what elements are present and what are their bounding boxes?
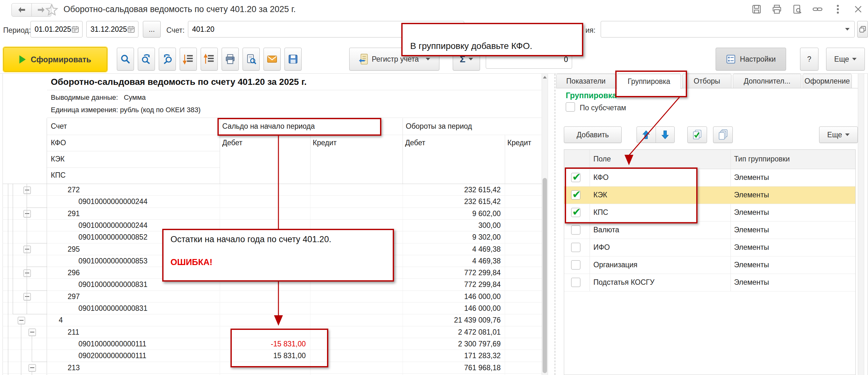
link-icon[interactable] [812,4,823,15]
report-cell-turnover-debit[interactable]: 232 615,42 [409,197,501,206]
unchecked-checkbox[interactable] [571,225,580,234]
report-cell-account[interactable]: 291 [68,209,80,218]
save-icon[interactable] [751,4,762,15]
period-to-field[interactable]: 31.12.2025 [86,21,138,37]
report-cell-turnover-debit[interactable]: 9 302,00 [409,233,501,241]
generate-button[interactable]: Сформировать [3,47,107,72]
print-button[interactable] [222,48,239,70]
report-cell-account[interactable]: 211 [68,328,80,337]
report-cell-turnover-debit[interactable]: 772 299,84 [409,280,501,289]
settings-button[interactable]: Настройки [716,48,786,70]
save-button[interactable] [284,48,302,70]
report-cell-account[interactable]: 4 [59,316,63,324]
unchecked-checkbox[interactable] [571,243,580,252]
report-cell-turnover-debit[interactable]: 4 469,38 [409,245,501,254]
report-cell-account[interactable]: 09010000000000111 [79,340,146,348]
back-button[interactable] [12,3,32,16]
report-cell-account[interactable]: 297 [68,292,80,301]
report-cell-turnover-debit[interactable]: 21 439 009,76 [409,316,501,324]
send-email-button[interactable] [264,48,281,70]
report-cell-account[interactable]: 09010000000000852 [79,233,147,241]
collapse-group-icon[interactable] [24,293,31,300]
chevron-down-icon [852,58,857,60]
report-cell-account[interactable]: 09010000000000831 [79,304,147,313]
tab-дополнител-[interactable]: Дополнител... [733,74,801,88]
tab-отборы[interactable]: Отборы [682,74,732,88]
report-cell-turnover-debit[interactable]: 761 968,18 [409,364,501,372]
expand-levels-button[interactable] [180,48,197,70]
add-button[interactable]: Добавить [564,126,622,143]
close-icon[interactable] [853,4,864,15]
report-cell-account[interactable]: 09020000000000111 [79,351,146,360]
help-button[interactable]: ? [800,48,818,70]
find-next-button[interactable] [138,48,155,70]
collapse-group-icon[interactable] [18,317,25,324]
move-down-button[interactable] [656,127,675,143]
grouping-row-организация[interactable]: ОрганизацияЭлементы [564,256,855,274]
calendar-icon[interactable] [71,25,80,33]
report-cell-turnover-debit[interactable]: 171 283,32 [409,351,501,360]
period-from-value: 01.01.2025 [35,25,71,34]
report-cell-account[interactable]: 272 [68,185,80,194]
period-from-field[interactable]: 01.01.2025 [30,21,83,37]
organization-field[interactable] [601,21,855,37]
report-cell-turnover-debit[interactable]: 2 472 081,01 [409,328,501,337]
collapse-group-icon[interactable] [29,364,36,372]
collapse-group-icon[interactable] [24,210,31,218]
grouping-row-ифо[interactable]: ИФОЭлементы [564,239,855,256]
uncheck-all-button[interactable] [713,126,733,143]
print-preview-button[interactable] [243,48,260,70]
scrollbar-thumb[interactable] [542,178,547,373]
find-previous-button[interactable] [159,48,176,70]
toolbar-more-button[interactable]: Еще [826,48,865,70]
report-cell-turnover-debit[interactable]: 146 000,00 [409,304,501,313]
by-subaccounts-checkbox[interactable] [566,102,575,112]
grouping-field-label: ИФО [593,243,610,252]
preview-icon[interactable] [792,4,803,15]
report-cell-turnover-debit[interactable]: 9 602,00 [409,209,501,218]
report-cell-turnover-debit[interactable]: 232 615,42 [409,185,501,194]
move-up-button[interactable] [637,127,656,143]
grouping-type-label: Элементы [734,278,769,287]
panel-more-button[interactable]: Еще [819,126,858,143]
find-previous-icon [162,54,173,64]
print-icon[interactable] [772,4,782,15]
grouping-row-валюта[interactable]: ВалютаЭлементы [564,222,855,239]
search-button[interactable] [117,48,134,70]
report-scrollbar[interactable] [541,74,548,375]
more-icon[interactable] [832,4,843,15]
report-cell-turnover-debit[interactable]: 772 299,84 [409,268,501,277]
tab-оформление[interactable]: Оформление [803,74,852,88]
report-cell-account[interactable]: 09010000000000853 [79,257,147,265]
check-all-button[interactable] [687,126,707,143]
calendar-icon[interactable] [127,25,135,33]
report-cell-account[interactable]: 09010000000000244 [79,221,147,230]
unchecked-checkbox[interactable] [571,260,580,269]
collapse-levels-button[interactable] [200,48,218,70]
tab-показатели[interactable]: Показатели [556,74,616,88]
report-cell-turnover-debit[interactable]: 300,00 [409,221,501,230]
report-cell-turnover-debit[interactable]: 2 300 797,69 [409,340,501,348]
grouping-row-подстатья-косгу[interactable]: Подстатья КОСГУЭлементы [564,274,855,291]
report-cell-account[interactable]: 295 [68,245,80,254]
report-cell-turnover-debit[interactable]: 4 469,38 [409,257,501,265]
collapse-group-icon[interactable] [24,246,31,253]
report-data-label: Выводимые данные: [51,93,118,102]
period-options-button[interactable]: ... [143,21,161,37]
collapse-group-icon[interactable] [24,269,31,277]
report-cell-account[interactable]: 213 [68,364,80,372]
report-cell-account[interactable]: 09010000000000244 [79,197,147,206]
dropdown-button[interactable] [840,21,854,37]
report-cell-account[interactable]: 09010000000000831 [79,280,147,289]
panel-splitter[interactable] [555,74,555,375]
scroll-up-icon[interactable] [542,76,547,79]
report-cell-account[interactable]: 296 [68,268,80,277]
report-cell-turnover-debit[interactable]: 146 000,00 [409,292,501,301]
collapse-group-icon[interactable] [24,186,31,194]
organization-choose-button[interactable] [857,21,868,37]
unchecked-checkbox[interactable] [571,278,580,287]
panel-scrollbar[interactable] [858,74,864,375]
favorite-star-icon[interactable] [45,3,58,17]
collapse-group-icon[interactable] [29,328,36,336]
chevron-down-icon [426,58,430,60]
